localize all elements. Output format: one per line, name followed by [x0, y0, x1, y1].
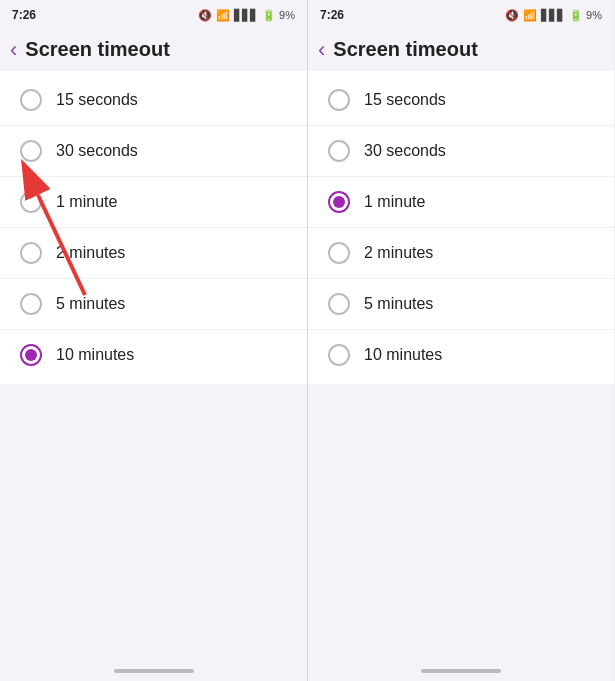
wifi-icon: 📶 — [216, 9, 230, 22]
status-icons-right: 🔇 📶 ▋▋▋ 🔋 9% — [505, 9, 602, 22]
label-10m-left: 10 minutes — [56, 346, 134, 364]
radio-5m-left — [20, 293, 42, 315]
radio-30s-left — [20, 140, 42, 162]
label-10m-right: 10 minutes — [364, 346, 442, 364]
label-1m-left: 1 minute — [56, 193, 117, 211]
option-10m-right[interactable]: 10 minutes — [308, 330, 614, 380]
option-30s-right[interactable]: 30 seconds — [308, 126, 614, 177]
radio-2m-right — [328, 242, 350, 264]
header-left: ‹ Screen timeout — [0, 28, 307, 71]
label-2m-right: 2 minutes — [364, 244, 433, 262]
status-bar-right: 7:26 🔇 📶 ▋▋▋ 🔋 9% — [308, 0, 614, 28]
battery-icon: 🔋 9% — [262, 9, 295, 22]
label-15s-left: 15 seconds — [56, 91, 138, 109]
radio-10m-right — [328, 344, 350, 366]
option-15s-left[interactable]: 15 seconds — [0, 75, 307, 126]
signal-icon: ▋▋▋ — [234, 9, 258, 22]
wifi-icon-right: 📶 — [523, 9, 537, 22]
status-bar-left: 7:26 🔇 📶 ▋▋▋ 🔋 9% — [0, 0, 307, 28]
radio-10m-left — [20, 344, 42, 366]
radio-30s-right — [328, 140, 350, 162]
title-left: Screen timeout — [25, 38, 169, 61]
option-30s-left[interactable]: 30 seconds — [0, 126, 307, 177]
header-right: ‹ Screen timeout — [308, 28, 614, 71]
right-panel: 7:26 🔇 📶 ▋▋▋ 🔋 9% ‹ Screen timeout 15 se… — [307, 0, 614, 681]
radio-15s-right — [328, 89, 350, 111]
label-30s-right: 30 seconds — [364, 142, 446, 160]
radio-15s-left — [20, 89, 42, 111]
left-panel: 7:26 🔇 📶 ▋▋▋ 🔋 9% ‹ Screen timeout 15 se… — [0, 0, 307, 681]
option-2m-right[interactable]: 2 minutes — [308, 228, 614, 279]
options-list-left: 15 seconds 30 seconds 1 minute 2 minutes… — [0, 71, 307, 384]
radio-1m-right — [328, 191, 350, 213]
mute-icon-right: 🔇 — [505, 9, 519, 22]
mute-icon: 🔇 — [198, 9, 212, 22]
back-button-right[interactable]: ‹ — [318, 39, 325, 61]
option-10m-left[interactable]: 10 minutes — [0, 330, 307, 380]
option-2m-left[interactable]: 2 minutes — [0, 228, 307, 279]
label-30s-left: 30 seconds — [56, 142, 138, 160]
option-1m-right[interactable]: 1 minute — [308, 177, 614, 228]
back-button-left[interactable]: ‹ — [10, 39, 17, 61]
title-right: Screen timeout — [333, 38, 477, 61]
battery-icon-right: 🔋 9% — [569, 9, 602, 22]
bottom-bar-left — [114, 669, 194, 673]
radio-5m-right — [328, 293, 350, 315]
status-icons-left: 🔇 📶 ▋▋▋ 🔋 9% — [198, 9, 295, 22]
bottom-bar-right — [421, 669, 501, 673]
radio-1m-left — [20, 191, 42, 213]
label-1m-right: 1 minute — [364, 193, 425, 211]
label-5m-right: 5 minutes — [364, 295, 433, 313]
option-15s-right[interactable]: 15 seconds — [308, 75, 614, 126]
label-2m-left: 2 minutes — [56, 244, 125, 262]
label-15s-right: 15 seconds — [364, 91, 446, 109]
signal-icon-right: ▋▋▋ — [541, 9, 565, 22]
radio-2m-left — [20, 242, 42, 264]
label-5m-left: 5 minutes — [56, 295, 125, 313]
option-5m-right[interactable]: 5 minutes — [308, 279, 614, 330]
option-1m-left[interactable]: 1 minute — [0, 177, 307, 228]
status-time-left: 7:26 — [12, 8, 36, 22]
options-list-right: 15 seconds 30 seconds 1 minute 2 minutes… — [308, 71, 614, 384]
status-time-right: 7:26 — [320, 8, 344, 22]
option-5m-left[interactable]: 5 minutes — [0, 279, 307, 330]
